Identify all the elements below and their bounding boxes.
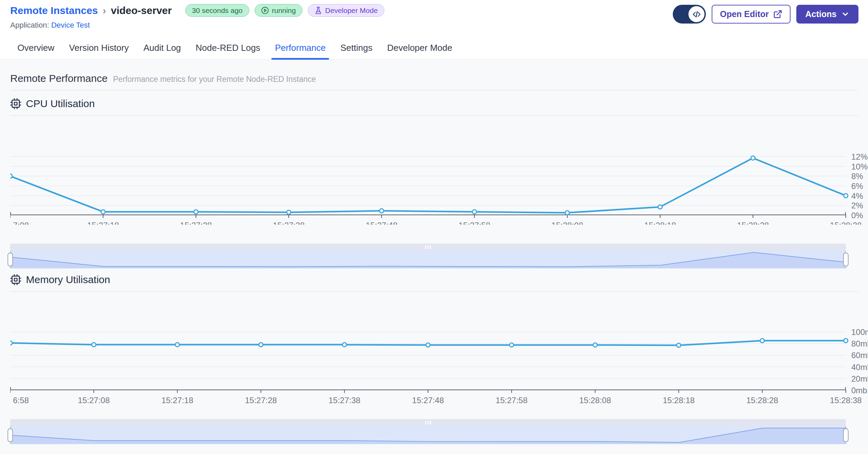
- memory-section-title: Memory Utilisation: [26, 274, 110, 285]
- chevron-down-icon: [841, 10, 850, 18]
- memory-brush-grip-icon[interactable]: [425, 421, 431, 425]
- svg-text:15:27:38: 15:27:38: [273, 221, 304, 225]
- svg-text:15:28:28: 15:28:28: [746, 396, 778, 405]
- page-head: Remote Performance Performance metrics f…: [10, 60, 868, 84]
- svg-text:15:27:28: 15:27:28: [180, 221, 212, 225]
- svg-text:0%: 0%: [851, 211, 863, 220]
- memory-brush-left-handle[interactable]: [8, 428, 13, 442]
- svg-text:15:27:58: 15:27:58: [458, 221, 490, 225]
- last-seen-label: 30 seconds ago: [192, 6, 242, 15]
- tab-node-red-logs[interactable]: Node-RED Logs: [192, 38, 264, 59]
- flask-icon: [314, 6, 322, 14]
- memory-brush-scrollbar[interactable]: [10, 419, 846, 426]
- page-title: Remote Performance: [10, 73, 108, 84]
- svg-text:15:28:08: 15:28:08: [551, 221, 583, 225]
- open-editor-label: Open Editor: [720, 9, 769, 19]
- memory-chart-brush[interactable]: [10, 419, 846, 444]
- svg-text:40mb: 40mb: [851, 363, 868, 372]
- svg-text:6%: 6%: [851, 181, 863, 191]
- status-badges: 30 seconds ago running Developer Mode: [185, 4, 384, 17]
- cpu-brush-right-handle[interactable]: [843, 253, 849, 267]
- svg-text:80mb: 80mb: [851, 339, 868, 348]
- memory-brush-track[interactable]: [10, 426, 846, 444]
- actions-button[interactable]: Actions: [796, 5, 858, 24]
- svg-text:6:58: 6:58: [13, 396, 29, 405]
- cpu-brush-scrollbar[interactable]: [10, 244, 846, 250]
- header-actions: Open Editor Actions: [673, 4, 858, 24]
- open-editor-button[interactable]: Open Editor: [712, 5, 791, 24]
- instance-name: video-server: [111, 5, 172, 16]
- actions-label: Actions: [805, 9, 837, 19]
- svg-text:15:28:38: 15:28:38: [830, 396, 862, 405]
- svg-text:60mb: 60mb: [851, 351, 868, 360]
- toggle-knob: [688, 6, 705, 22]
- svg-text:15:27:58: 15:27:58: [496, 396, 527, 405]
- tab-version-history[interactable]: Version History: [66, 38, 132, 59]
- svg-text:15:28:38: 15:28:38: [830, 221, 862, 225]
- svg-text:15:27:48: 15:27:48: [412, 396, 444, 405]
- developer-mode-badge: Developer Mode: [308, 4, 384, 17]
- running-status-label: running: [272, 6, 296, 15]
- developer-mode-toggle[interactable]: [673, 5, 706, 24]
- svg-text:2%: 2%: [851, 201, 863, 210]
- svg-text:15:27:18: 15:27:18: [87, 221, 119, 225]
- memory-brush-right-handle[interactable]: [843, 428, 849, 442]
- svg-text:15:27:38: 15:27:38: [328, 396, 360, 405]
- cpu-brush-left-handle[interactable]: [8, 253, 13, 267]
- svg-text:15:28:18: 15:28:18: [663, 396, 695, 405]
- application-label: Application:: [10, 21, 49, 29]
- cpu-brush-track[interactable]: [10, 250, 846, 268]
- memory-section-head: Memory Utilisation: [10, 274, 868, 285]
- developer-mode-badge-label: Developer Mode: [325, 6, 378, 15]
- svg-text:10%: 10%: [851, 162, 868, 171]
- svg-text:0mb: 0mb: [851, 386, 867, 395]
- cpu-utilisation-chart: 7:0815:27:1815:27:2815:27:3815:27:4815:2…: [10, 116, 868, 225]
- application-row: Application: Device Test: [10, 21, 384, 30]
- cpu-chart-brush[interactable]: [10, 244, 846, 268]
- instance-tabs: Overview Version History Audit Log Node-…: [0, 38, 868, 60]
- tab-settings[interactable]: Settings: [337, 38, 376, 59]
- memory-section: Memory Utilisation 6:5815:27:0815:27:181…: [10, 274, 868, 444]
- cpu-chip-icon: [10, 274, 21, 285]
- cpu-section-head: CPU Utilisation: [10, 98, 868, 109]
- header: Remote Instances › video-server 30 secon…: [0, 0, 868, 30]
- divider: [10, 291, 858, 292]
- last-seen-badge: 30 seconds ago: [185, 4, 249, 17]
- svg-text:15:27:08: 15:27:08: [78, 396, 110, 405]
- header-left: Remote Instances › video-server 30 secon…: [10, 4, 384, 30]
- page-subtitle: Performance metrics for your Remote Node…: [113, 75, 316, 84]
- breadcrumb: Remote Instances › video-server 30 secon…: [10, 4, 384, 17]
- tab-audit-log[interactable]: Audit Log: [140, 38, 184, 59]
- code-icon: [693, 10, 701, 18]
- svg-text:12%: 12%: [851, 152, 868, 161]
- svg-text:15:28:28: 15:28:28: [737, 221, 769, 225]
- performance-content: Remote Performance Performance metrics f…: [0, 60, 868, 454]
- tab-overview[interactable]: Overview: [14, 38, 58, 59]
- divider: [10, 90, 858, 90]
- svg-text:15:27:18: 15:27:18: [161, 396, 193, 405]
- cpu-chip-icon: [10, 98, 21, 109]
- svg-text:15:27:28: 15:27:28: [245, 396, 277, 405]
- svg-text:20mb: 20mb: [851, 374, 868, 383]
- breadcrumb-remote-instances-link[interactable]: Remote Instances: [10, 5, 98, 16]
- cpu-brush-grip-icon[interactable]: [425, 245, 431, 249]
- svg-text:8%: 8%: [851, 172, 863, 181]
- instance-performance-page: Remote Instances › video-server 30 secon…: [0, 0, 868, 455]
- play-circle-icon: [261, 6, 269, 14]
- memory-utilisation-chart: 6:5815:27:0815:27:1815:27:2815:27:3815:2…: [10, 295, 868, 405]
- tab-developer-mode[interactable]: Developer Mode: [384, 38, 456, 59]
- svg-text:7:08: 7:08: [13, 221, 29, 225]
- svg-text:15:28:18: 15:28:18: [644, 221, 676, 225]
- svg-text:100mb: 100mb: [851, 327, 868, 337]
- running-status-badge: running: [255, 4, 302, 17]
- tab-performance[interactable]: Performance: [271, 38, 329, 59]
- svg-text:4%: 4%: [851, 191, 863, 201]
- breadcrumb-separator-icon: ›: [103, 5, 106, 16]
- cpu-section-title: CPU Utilisation: [26, 98, 95, 109]
- application-link[interactable]: Device Test: [51, 21, 90, 29]
- svg-text:15:27:48: 15:27:48: [366, 221, 397, 225]
- cpu-section: CPU Utilisation 7:0815:27:1815:27:2815:2…: [10, 98, 868, 268]
- svg-text:15:28:08: 15:28:08: [579, 396, 611, 405]
- external-link-icon: [773, 10, 782, 19]
